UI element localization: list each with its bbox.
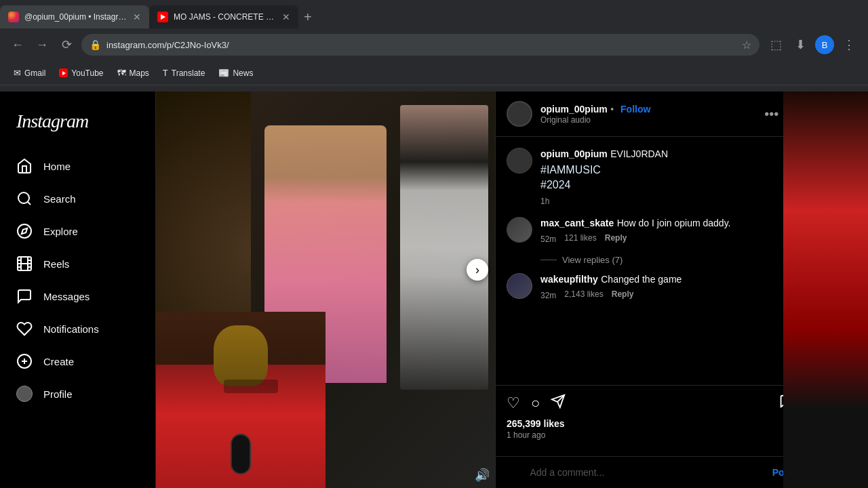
bookmark-gmail[interactable]: ✉ Gmail bbox=[8, 65, 51, 81]
right-sidebar bbox=[783, 92, 868, 488]
bookmark-maps[interactable]: 🗺 Maps bbox=[112, 65, 155, 81]
sidebar-label-search: Search bbox=[43, 193, 76, 205]
youtube-favicon bbox=[157, 12, 168, 22]
sidebar-label-reels: Reels bbox=[43, 258, 69, 270]
caption-time: 1h bbox=[540, 197, 549, 206]
tab-close-instagram[interactable]: ✕ bbox=[133, 12, 141, 22]
post-header: opium_00pium • Follow Original audio •••… bbox=[496, 92, 804, 137]
bookmark-news-label: News bbox=[233, 68, 253, 78]
view-replies-label[interactable]: View replies (7) bbox=[562, 255, 623, 265]
sidebar-label-home: Home bbox=[43, 161, 71, 172]
post-username[interactable]: opium_00pium bbox=[540, 104, 608, 115]
tab-title-youtube: MO JAMS - CONCRETE BOYS (C... bbox=[174, 12, 277, 22]
bookmark-youtube-label: YouTube bbox=[71, 68, 103, 78]
comment-1-username[interactable]: max_cant_skate bbox=[540, 218, 614, 228]
menu-button[interactable]: ⋮ bbox=[838, 34, 860, 56]
bookmark-url-icon[interactable]: ☆ bbox=[742, 39, 751, 52]
new-tab-button[interactable]: + bbox=[298, 5, 317, 28]
bookmark-news[interactable]: 📰 News bbox=[213, 65, 258, 81]
reels-icon bbox=[16, 256, 33, 272]
downloads-button[interactable]: ⬇ bbox=[789, 34, 811, 56]
bookmark-youtube[interactable]: YouTube bbox=[54, 66, 108, 81]
sidebar-item-explore[interactable]: Explore bbox=[8, 216, 147, 246]
share-button[interactable] bbox=[551, 394, 566, 413]
back-button[interactable]: ← bbox=[8, 35, 27, 54]
volume-icon[interactable]: 🔊 bbox=[475, 468, 490, 482]
caption-hashtag2[interactable]: #2024 bbox=[540, 179, 571, 190]
tab-instagram[interactable]: @opium_00pium • Instagra... ✕ bbox=[0, 5, 149, 28]
instagram-logo: Instagram bbox=[8, 100, 147, 148]
comment-2-username[interactable]: wakeupfilthy bbox=[540, 274, 598, 285]
bookmarks-bar: ✉ Gmail YouTube 🗺 Maps T Translate 📰 New… bbox=[0, 61, 868, 85]
tab-youtube[interactable]: MO JAMS - CONCRETE BOYS (C... ✕ bbox=[149, 5, 298, 28]
emoji-button[interactable]: ☺ bbox=[507, 464, 521, 481]
webcam-overlay bbox=[156, 312, 326, 488]
address-bar: ← → ⟳ 🔒 instagram.com/p/C2JNo-IoVk3/ ☆ ⬚… bbox=[0, 28, 868, 61]
url-actions: ☆ bbox=[742, 39, 751, 52]
action-icons-row: ♡ ○ bbox=[507, 394, 793, 413]
comment-1-reply[interactable]: Reply bbox=[605, 233, 627, 243]
post-more-button[interactable]: ••• bbox=[764, 106, 778, 122]
view-replies-1[interactable]: View replies (7) bbox=[540, 255, 793, 265]
caption-text: EVILJ0RDAN bbox=[610, 148, 668, 159]
comment-input[interactable] bbox=[530, 467, 764, 478]
caption-username[interactable]: opium_00pium bbox=[540, 148, 608, 159]
comment-1-likes: 121 likes bbox=[564, 233, 596, 243]
sidebar-item-create[interactable]: Create bbox=[8, 346, 147, 376]
url-bar[interactable]: 🔒 instagram.com/p/C2JNo-IoVk3/ ☆ bbox=[81, 34, 760, 56]
forward-button[interactable]: → bbox=[33, 35, 52, 54]
bookmark-translate[interactable]: T Translate bbox=[157, 65, 211, 81]
maps-icon: 🗺 bbox=[117, 68, 126, 78]
comment-2-reply[interactable]: Reply bbox=[612, 289, 634, 299]
comment-1: max_cant_skate How do I join opium daddy… bbox=[507, 217, 793, 244]
account-button[interactable]: B bbox=[814, 34, 835, 56]
caption-meta: 1h bbox=[540, 194, 793, 206]
browser-chrome: @opium_00pium • Instagra... ✕ MO JAMS - … bbox=[0, 0, 868, 92]
video-controls[interactable]: 🔊 bbox=[475, 468, 490, 483]
sidebar-item-home[interactable]: Home bbox=[8, 151, 147, 181]
sidebar-label-profile: Profile bbox=[43, 388, 73, 400]
extensions-button[interactable]: ⬚ bbox=[765, 34, 787, 56]
sidebar-item-profile[interactable]: Profile bbox=[8, 379, 147, 409]
url-text: instagram.com/p/C2JNo-IoVk3/ bbox=[106, 40, 736, 50]
sidebar-content bbox=[783, 92, 868, 488]
like-button[interactable]: ♡ bbox=[507, 394, 520, 412]
sidebar-item-notifications[interactable]: Notifications bbox=[8, 314, 147, 344]
webcam-feed bbox=[156, 312, 326, 488]
sidebar-item-reels[interactable]: Reels bbox=[8, 249, 147, 279]
comment-2-content: wakeupfilthy Changed the game 32m 2,143 … bbox=[540, 273, 776, 300]
caption-hashtag1[interactable]: #IAMMUSIC bbox=[540, 164, 601, 176]
post-media: 🔊 › bbox=[156, 92, 495, 488]
sidebar-label-explore: Explore bbox=[43, 226, 78, 237]
gmail-icon: ✉ bbox=[14, 68, 21, 78]
post-audio: Original audio bbox=[540, 115, 759, 125]
bookmark-gmail-label: Gmail bbox=[24, 68, 45, 78]
follow-button[interactable]: Follow bbox=[620, 104, 650, 115]
face-area bbox=[214, 325, 268, 386]
next-post-button[interactable]: › bbox=[467, 259, 488, 281]
main-content: 🔊 › opium_00pium • Follow Original audi bbox=[156, 92, 868, 488]
sidebar-item-messages[interactable]: Messages bbox=[8, 281, 147, 311]
post-user-info: opium_00pium • Follow Original audio bbox=[540, 103, 759, 125]
comment-button[interactable]: ○ bbox=[531, 394, 540, 412]
replies-line bbox=[540, 260, 557, 260]
sidebar-label-messages: Messages bbox=[43, 291, 90, 302]
translate-icon: T bbox=[163, 68, 168, 78]
news-icon: 📰 bbox=[218, 68, 229, 78]
tab-close-youtube[interactable]: ✕ bbox=[282, 12, 290, 22]
likes-count: 265,399 likes bbox=[507, 418, 793, 429]
instagram-favicon bbox=[8, 12, 19, 22]
sidebar-item-search[interactable]: Search bbox=[8, 184, 147, 214]
comment-2-text: Changed the game bbox=[601, 274, 682, 285]
microphone bbox=[231, 434, 251, 474]
svg-point-0 bbox=[18, 192, 29, 203]
svg-line-1 bbox=[28, 202, 31, 205]
comment-2-meta: 32m 2,143 likes Reply bbox=[540, 288, 776, 300]
video-figure-2 bbox=[400, 105, 488, 390]
comments-body[interactable]: opium_00pium EVILJ0RDAN #IAMMUSIC #2024 … bbox=[496, 137, 804, 385]
reload-button[interactable]: ⟳ bbox=[57, 35, 76, 54]
comment-1-meta: 52m 121 likes Reply bbox=[540, 232, 776, 244]
comment-input-area: ☺ Post bbox=[496, 456, 804, 488]
search-icon bbox=[16, 190, 33, 207]
svg-point-2 bbox=[18, 224, 31, 238]
